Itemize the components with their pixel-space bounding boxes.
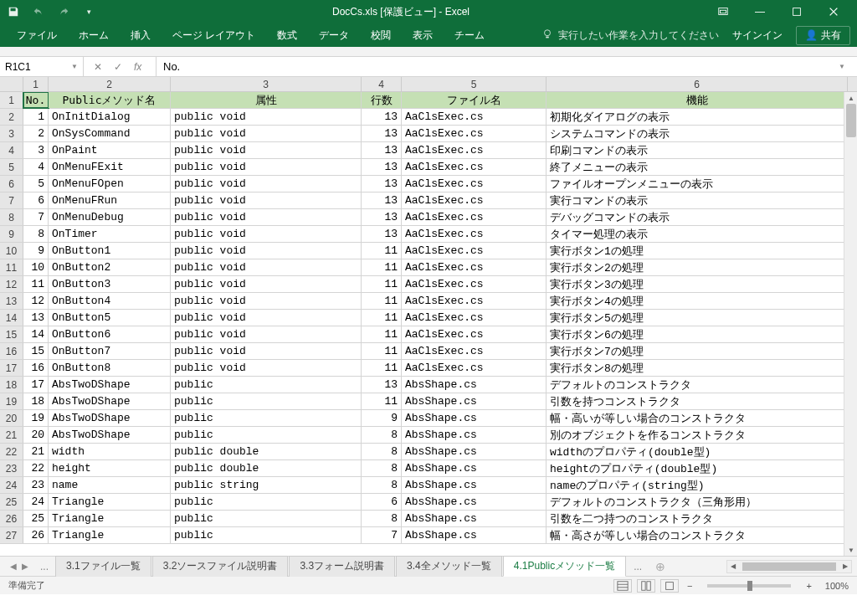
sheet-tab[interactable]: 3.4全メソッド一覧 (396, 556, 502, 577)
cell-lines[interactable]: 13 (362, 209, 402, 225)
maximize-button[interactable] (780, 2, 813, 22)
cell-method[interactable]: OnButton5 (49, 310, 171, 326)
zoom-out-button[interactable]: − (684, 581, 695, 591)
header-cell[interactable]: 属性 (171, 92, 362, 108)
cell-lines[interactable]: 13 (362, 192, 402, 208)
cell-method[interactable]: Triangle (49, 511, 171, 526)
row-header[interactable]: 13 (0, 293, 23, 309)
cell-lines[interactable]: 11 (362, 243, 402, 259)
header-cell[interactable]: Publicメソッド名 (49, 92, 171, 108)
cell-method[interactable]: AbsTwoDShape (49, 410, 171, 426)
header-cell[interactable]: 行数 (362, 92, 402, 108)
cell-file[interactable]: AaClsExec.cs (402, 192, 547, 208)
cell-no[interactable]: 17 (23, 377, 49, 393)
scroll-up-icon[interactable]: ▲ (844, 92, 857, 104)
cell-method[interactable]: OnButton7 (49, 343, 171, 359)
cell-desc[interactable]: ファイルオープンメニューの表示 (547, 176, 848, 192)
row-header[interactable]: 21 (0, 427, 23, 443)
row-header[interactable]: 3 (0, 126, 23, 141)
row-header[interactable]: 16 (0, 343, 23, 359)
page-layout-view-button[interactable] (637, 579, 655, 593)
cell-no[interactable]: 11 (23, 276, 49, 292)
cell-lines[interactable]: 9 (362, 410, 402, 426)
row-header[interactable]: 23 (0, 460, 23, 476)
cell-lines[interactable]: 13 (362, 226, 402, 242)
cell-method[interactable]: OnInitDialog (49, 109, 171, 125)
page-break-view-button[interactable] (660, 579, 679, 593)
cell-attr[interactable]: public (171, 527, 362, 543)
row-header[interactable]: 6 (0, 176, 23, 192)
cell-attr[interactable]: public void (171, 326, 362, 342)
col-header[interactable]: 6 (547, 77, 848, 91)
zoom-slider[interactable] (707, 584, 791, 588)
col-header[interactable]: 1 (23, 77, 49, 91)
cell-no[interactable]: 2 (23, 126, 49, 141)
cell-no[interactable]: 12 (23, 293, 49, 309)
cell-method[interactable]: Triangle (49, 527, 171, 543)
cell-file[interactable]: AaClsExec.cs (402, 343, 547, 359)
save-icon[interactable] (7, 5, 20, 18)
cell-attr[interactable]: public void (171, 192, 362, 208)
sheet-tab[interactable]: 3.2ソースファイル説明書 (152, 556, 289, 577)
tab-view[interactable]: 表示 (403, 25, 443, 46)
cell-file[interactable]: AbsShape.cs (402, 427, 547, 443)
cell-method[interactable]: OnButton6 (49, 326, 171, 342)
cell-desc[interactable]: 印刷コマンドの表示 (547, 142, 848, 158)
cell-no[interactable]: 21 (23, 444, 49, 459)
tab-file[interactable]: ファイル (7, 25, 67, 46)
row-header[interactable]: 27 (0, 527, 23, 543)
tab-team[interactable]: チーム (444, 25, 495, 46)
tab-home[interactable]: ホーム (69, 25, 119, 46)
cell-no[interactable]: 5 (23, 176, 49, 192)
cell-file[interactable]: AaClsExec.cs (402, 176, 547, 192)
cell-attr[interactable]: public void (171, 126, 362, 141)
cell-file[interactable]: AaClsExec.cs (402, 142, 547, 158)
cell-method[interactable]: name (49, 477, 171, 493)
cell-file[interactable]: AaClsExec.cs (402, 109, 547, 125)
cell-file[interactable]: AaClsExec.cs (402, 310, 547, 326)
cell-no[interactable]: 7 (23, 209, 49, 225)
cell-no[interactable]: 6 (23, 192, 49, 208)
cell-lines[interactable]: 6 (362, 494, 402, 510)
zoom-handle[interactable] (747, 581, 752, 591)
cell-file[interactable]: AbsShape.cs (402, 377, 547, 393)
cell-file[interactable]: AbsShape.cs (402, 444, 547, 459)
cell-no[interactable]: 13 (23, 310, 49, 326)
cell-file[interactable]: AbsShape.cs (402, 511, 547, 526)
cell-no[interactable]: 14 (23, 326, 49, 342)
tab-data[interactable]: データ (309, 25, 359, 46)
row-header[interactable]: 22 (0, 444, 23, 459)
cell-method[interactable]: OnButton1 (49, 243, 171, 259)
col-header[interactable]: 2 (49, 77, 171, 91)
cell-desc[interactable]: 実行ボタン5の処理 (547, 310, 848, 326)
header-cell[interactable]: No. (23, 92, 49, 108)
cell-attr[interactable]: public double (171, 460, 362, 476)
cell-no[interactable]: 1 (23, 109, 49, 125)
minimize-button[interactable]: — (743, 2, 777, 22)
tell-me-search[interactable]: 実行したい作業を入力してください (541, 28, 719, 43)
cell-desc[interactable]: 実行ボタン3の処理 (547, 276, 848, 292)
vertical-scrollbar[interactable]: ▲ ▼ (844, 92, 857, 556)
cell-attr[interactable]: public (171, 427, 362, 443)
header-cell[interactable]: ファイル名 (402, 92, 547, 108)
cell-no[interactable]: 22 (23, 460, 49, 476)
header-cell[interactable]: 機能 (547, 92, 848, 108)
cell-file[interactable]: AaClsExec.cs (402, 293, 547, 309)
cell-no[interactable]: 25 (23, 511, 49, 526)
cell-method[interactable]: OnSysCommand (49, 126, 171, 141)
hscroll-thumb[interactable] (742, 562, 836, 571)
row-header[interactable]: 18 (0, 377, 23, 393)
cell-file[interactable]: AbsShape.cs (402, 460, 547, 476)
row-header[interactable]: 24 (0, 477, 23, 493)
undo-icon[interactable] (32, 5, 45, 18)
zoom-in-button[interactable]: + (803, 581, 814, 591)
cell-attr[interactable]: public void (171, 176, 362, 192)
cell-lines[interactable]: 13 (362, 109, 402, 125)
cell-method[interactable]: OnButton8 (49, 360, 171, 376)
cell-file[interactable]: AaClsExec.cs (402, 209, 547, 225)
row-header[interactable]: 25 (0, 494, 23, 510)
cell-no[interactable]: 3 (23, 142, 49, 158)
cell-method[interactable]: OnButton3 (49, 276, 171, 292)
row-header[interactable]: 7 (0, 192, 23, 208)
row-header[interactable]: 8 (0, 209, 23, 225)
